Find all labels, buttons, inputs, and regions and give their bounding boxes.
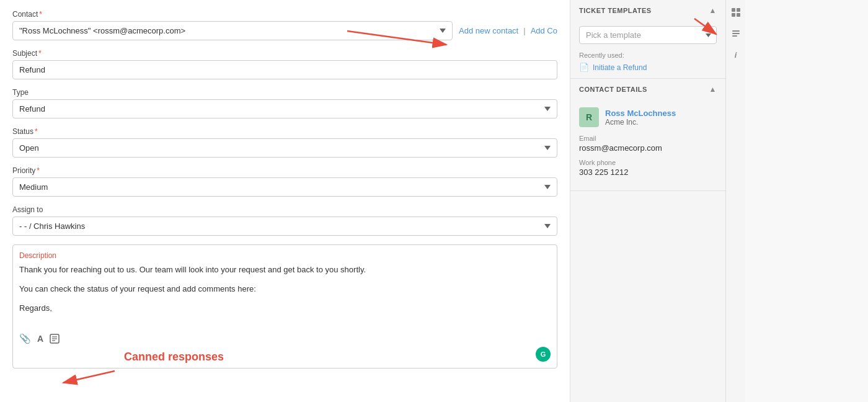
email-value: rossm@acmecorp.com — [579, 143, 717, 153]
svg-rect-6 — [732, 13, 735, 17]
ticket-templates-chevron[interactable]: ▲ — [709, 6, 717, 15]
icon-strip-btn-1[interactable] — [728, 5, 743, 20]
work-phone-label: Work phone — [579, 159, 717, 166]
canned-response-icon[interactable] — [50, 334, 60, 344]
template-link-text[interactable]: Initiate a Refund — [593, 63, 647, 72]
svg-rect-4 — [732, 8, 735, 12]
attachment-icon[interactable]: 📎 — [19, 333, 31, 344]
template-picker: Pick a template — [570, 21, 725, 51]
description-toolbar: 📎 A — [19, 327, 551, 344]
priority-label: Priority * — [12, 166, 557, 175]
email-field-group: Email rossm@acmecorp.com — [579, 135, 717, 153]
add-co-link[interactable]: Add Co — [531, 26, 557, 35]
svg-rect-10 — [732, 35, 737, 37]
contact-select-wrapper: "Ross McLochness" <rossm@acmecorp.com> — [12, 21, 453, 40]
contact-required-star: * — [39, 10, 42, 19]
work-phone-value: 303 225 1212 — [579, 168, 717, 177]
svg-rect-8 — [732, 30, 740, 32]
contact-divider: | — [523, 26, 525, 35]
ticket-templates-section: TICKET TEMPLATES ▲ Pick a template Recen… — [570, 0, 725, 79]
contact-label: Contact * — [12, 10, 557, 19]
icon-strip: i — [725, 0, 745, 402]
status-select[interactable]: Open — [12, 138, 557, 158]
recently-used: Recently used: 📄 Initiate a Refund — [570, 51, 725, 78]
contact-details-chevron[interactable]: ▲ — [709, 85, 717, 94]
contact-actions: Add new contact | Add Co — [459, 26, 557, 35]
contact-name[interactable]: Ross McLochness — [605, 109, 676, 118]
add-new-contact-link[interactable]: Add new contact — [459, 26, 518, 35]
ticket-templates-title: TICKET TEMPLATES — [579, 7, 652, 14]
font-icon[interactable]: A — [37, 334, 43, 344]
description-text: Thank you for reaching out to us. Our te… — [19, 264, 551, 315]
description-label: Description — [19, 251, 551, 260]
template-select[interactable]: Pick a template — [579, 26, 717, 44]
contact-details-header: CONTACT DETAILS ▲ — [570, 79, 725, 100]
assign-to-label: Assign to — [12, 205, 557, 214]
icon-strip-info[interactable]: i — [728, 47, 743, 62]
description-box[interactable]: Description Thank you for reaching out t… — [12, 244, 557, 368]
email-label: Email — [579, 135, 717, 142]
template-doc-icon: 📄 — [579, 63, 589, 72]
ticket-templates-header: TICKET TEMPLATES ▲ — [570, 0, 725, 21]
subject-label: Subject * — [12, 49, 557, 58]
template-link[interactable]: 📄 Initiate a Refund — [579, 63, 717, 72]
type-label: Type — [12, 88, 557, 97]
grammarly-icon: G — [536, 347, 551, 362]
assign-to-select[interactable]: - - / Chris Hawkins — [12, 217, 557, 236]
svg-rect-9 — [732, 33, 740, 34]
contact-company: Acme Inc. — [605, 118, 676, 127]
status-label: Status * — [12, 127, 557, 136]
priority-required-star: * — [37, 166, 40, 175]
contact-name-block: Ross McLochness Acme Inc. — [605, 109, 676, 127]
work-phone-field-group: Work phone 303 225 1212 — [579, 159, 717, 177]
contact-details-title: CONTACT DETAILS — [579, 86, 647, 93]
contact-details-section: CONTACT DETAILS ▲ R Ross McLochness Acme… — [570, 79, 725, 191]
subject-required-star: * — [38, 49, 42, 58]
contact-details-body: R Ross McLochness Acme Inc. Email rossm@… — [570, 100, 725, 190]
recently-used-label: Recently used: — [579, 51, 717, 59]
icon-strip-btn-2[interactable] — [728, 26, 743, 41]
svg-rect-5 — [737, 8, 740, 12]
contact-avatar: R — [579, 107, 599, 127]
type-select[interactable]: Refund — [12, 99, 557, 118]
svg-rect-7 — [737, 13, 740, 17]
subject-input[interactable] — [12, 60, 557, 79]
contact-info-row: R Ross McLochness Acme Inc. — [579, 107, 717, 127]
right-sidebar: TICKET TEMPLATES ▲ Pick a template Recen… — [570, 0, 725, 402]
priority-select[interactable]: Medium — [12, 177, 557, 197]
status-required-star: * — [35, 127, 38, 136]
contact-select[interactable]: "Ross McLochness" <rossm@acmecorp.com> — [12, 21, 453, 40]
